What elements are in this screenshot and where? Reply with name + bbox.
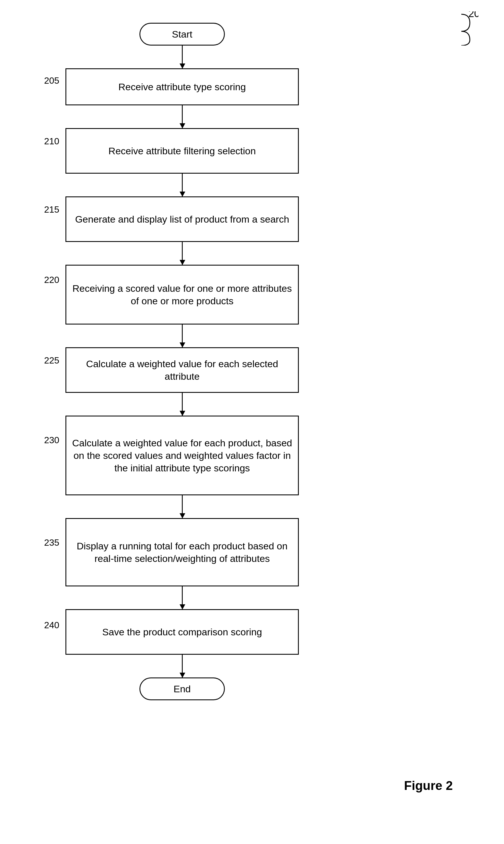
process-box-235: Display a running total for each product…	[66, 518, 299, 587]
step-label-220: 220	[44, 275, 59, 285]
arrow-205-to-210	[182, 105, 183, 128]
start-node: Start	[140, 23, 225, 46]
arrow-215-to-220	[182, 242, 183, 265]
step-235-text: Display a running total for each product…	[72, 540, 292, 565]
step-240-text: Save the product comparison scoring	[102, 626, 262, 638]
flowchart-diagram: 200 Start 205 Receive attribute type sco…	[0, 0, 504, 844]
step-220-text: Receiving a scored value for one or more…	[72, 282, 292, 307]
step-label-235: 235	[44, 537, 59, 548]
step-label-230: 230	[44, 435, 59, 446]
step-210-text: Receive attribute filtering selection	[108, 145, 256, 157]
process-box-215: Generate and display list of product fro…	[66, 196, 299, 242]
step-label-210: 210	[44, 136, 59, 147]
step-230-text: Calculate a weighted value for each prod…	[72, 437, 292, 474]
arrow-210-to-215	[182, 174, 183, 196]
arrow-235-to-240	[182, 587, 183, 609]
process-box-220: Receiving a scored value for one or more…	[66, 265, 299, 324]
svg-text:200: 200	[468, 12, 479, 19]
process-box-225: Calculate a weighted value for each sele…	[66, 347, 299, 393]
step-label-225: 225	[44, 355, 59, 366]
step-label-215: 215	[44, 204, 59, 215]
figure-number-brace: 200	[433, 12, 479, 46]
start-label: Start	[172, 28, 192, 40]
step-225-text: Calculate a weighted value for each sele…	[72, 358, 292, 382]
arrow-230-to-235	[182, 495, 183, 518]
process-box-230: Calculate a weighted value for each prod…	[66, 416, 299, 495]
arrow-225-to-230	[182, 393, 183, 416]
step-205-text: Receive attribute type scoring	[119, 80, 246, 93]
step-label-205: 205	[44, 75, 59, 86]
process-box-205: Receive attribute type scoring	[66, 68, 299, 105]
arrow-start-to-205	[182, 46, 183, 68]
step-215-text: Generate and display list of product fro…	[75, 213, 289, 226]
process-box-210: Receive attribute filtering selection	[66, 128, 299, 174]
end-label: End	[174, 683, 191, 695]
arrow-240-to-end	[182, 655, 183, 678]
process-box-240: Save the product comparison scoring	[66, 609, 299, 655]
end-node: End	[140, 678, 225, 700]
step-label-240: 240	[44, 620, 59, 630]
figure-label: Figure 2	[404, 778, 453, 793]
arrow-220-to-225	[182, 324, 183, 347]
